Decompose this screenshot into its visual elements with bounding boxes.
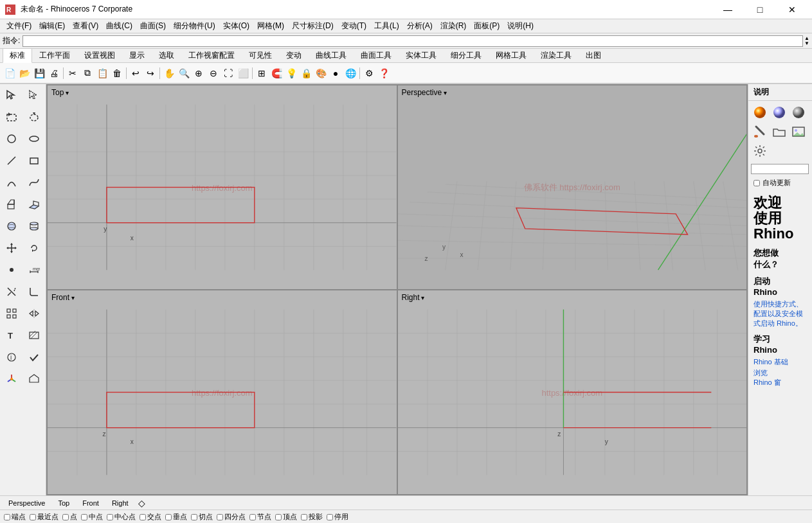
- cut-icon[interactable]: ✂: [66, 66, 80, 80]
- print-icon[interactable]: 🖨: [47, 66, 61, 80]
- menu-item-曲线(C)[interactable]: 曲线(C): [102, 19, 136, 33]
- snap-checkbox-最近点[interactable]: [30, 514, 36, 520]
- auto-update-checkbox[interactable]: [753, 180, 760, 186]
- menu-item-面板(P)[interactable]: 面板(P): [470, 19, 503, 33]
- ribbon-tab-2[interactable]: 设置视图: [77, 48, 122, 63]
- snap-checkbox-垂点[interactable]: [165, 514, 172, 520]
- select-tool[interactable]: [0, 84, 23, 106]
- bottom-tab-right[interactable]: Right: [106, 497, 134, 509]
- help-icon[interactable]: ❓: [377, 66, 391, 80]
- fillet-tool[interactable]: [23, 281, 46, 303]
- circle-tool[interactable]: [0, 128, 23, 150]
- menu-item-曲面(S)[interactable]: 曲面(S): [136, 19, 170, 33]
- spline-tool[interactable]: [23, 172, 46, 193]
- bottom-tab-perspective[interactable]: Perspective: [3, 497, 51, 509]
- line-tool[interactable]: [0, 150, 23, 172]
- lasso-select-tool[interactable]: [23, 106, 46, 128]
- snap-checkbox-端点[interactable]: [4, 514, 10, 520]
- snap-icon[interactable]: 🧲: [269, 66, 284, 80]
- sphere-tool[interactable]: [0, 215, 23, 237]
- folder-icon[interactable]: [770, 123, 788, 141]
- ribbon-tab-4[interactable]: 选取: [152, 48, 181, 63]
- snap-checkbox-节点[interactable]: [249, 514, 256, 520]
- material-ball-icon[interactable]: [789, 103, 807, 121]
- menu-item-文件(F)[interactable]: 文件(F): [3, 19, 35, 33]
- ribbon-tab-12[interactable]: 网格工具: [489, 48, 534, 63]
- gumball-tool[interactable]: [0, 368, 23, 390]
- ribbon-tab-3[interactable]: 显示: [122, 48, 152, 63]
- command-arrows[interactable]: ▲ ▼: [804, 36, 809, 46]
- menu-item-说明(H)[interactable]: 说明(H): [503, 19, 537, 33]
- ribbon-tab-8[interactable]: 曲线工具: [309, 48, 354, 63]
- snap-checkbox-四分点[interactable]: [217, 514, 223, 520]
- viewport-front-label[interactable]: Front: [51, 293, 75, 302]
- zoom-window-icon[interactable]: ⬜: [236, 66, 250, 80]
- launch-link[interactable]: 使用快捷方式、配置以及安全模式启动 Rhino。: [753, 299, 807, 328]
- viewport-top[interactable]: Top: [47, 85, 397, 290]
- material-icon[interactable]: ●: [329, 66, 343, 80]
- check-tool[interactable]: [23, 346, 46, 368]
- text-tool[interactable]: T: [0, 324, 23, 346]
- snap-checkbox-点[interactable]: [62, 514, 69, 520]
- ribbon-tab-13[interactable]: 渲染工具: [534, 48, 579, 63]
- viewport-perspective[interactable]: Perspective: [397, 85, 748, 290]
- browse-link[interactable]: 浏览Rhino 窗: [753, 368, 807, 387]
- point-tool[interactable]: [0, 259, 23, 281]
- menu-item-实体(O)[interactable]: 实体(O): [219, 19, 253, 33]
- color-sphere-icon[interactable]: [751, 103, 769, 121]
- snap-checkbox-中心点[interactable]: [107, 514, 113, 520]
- copy-icon[interactable]: ⧉: [80, 66, 95, 80]
- basics-link[interactable]: Rhino 基础: [753, 357, 807, 367]
- extrude-tool[interactable]: [0, 193, 23, 215]
- move-tool[interactable]: [0, 237, 23, 259]
- zoom-out-icon[interactable]: ⊖: [206, 66, 221, 80]
- viewport-front[interactable]: Front z x https://fo: [47, 290, 397, 495]
- undo-icon[interactable]: ↩: [129, 66, 143, 80]
- viewport-right[interactable]: Right: [397, 290, 748, 495]
- pan-icon[interactable]: ✋: [162, 66, 176, 80]
- menu-item-编辑(E)[interactable]: 编辑(E): [35, 19, 69, 33]
- zoom-extent-icon[interactable]: ⛶: [221, 66, 235, 80]
- ribbon-tab-1[interactable]: 工作平面: [32, 48, 77, 63]
- command-input[interactable]: [23, 35, 803, 47]
- search-input[interactable]: [751, 164, 809, 174]
- close-button[interactable]: ✕: [777, 0, 807, 19]
- snap-checkbox-停用[interactable]: [327, 514, 333, 520]
- add-viewport-button[interactable]: ◇: [136, 498, 148, 508]
- menu-item-尺寸标注(D)[interactable]: 尺寸标注(D): [288, 19, 338, 33]
- menu-item-网格(M)[interactable]: 网格(M): [253, 19, 288, 33]
- menu-item-变动(T)[interactable]: 变动(T): [338, 19, 370, 33]
- bottom-tab-front[interactable]: Front: [77, 497, 105, 509]
- ribbon-tab-5[interactable]: 工作视窗配置: [181, 48, 242, 63]
- ribbon-tab-0[interactable]: 标准: [3, 48, 32, 63]
- save-icon[interactable]: 💾: [32, 66, 46, 80]
- lock-icon[interactable]: 🔒: [299, 66, 313, 80]
- delete-icon[interactable]: 🗑: [110, 66, 124, 80]
- paste-icon[interactable]: 📋: [95, 66, 109, 80]
- viewport-right-label[interactable]: Right: [402, 293, 425, 302]
- redo-icon[interactable]: ↪: [143, 66, 158, 80]
- color-icon[interactable]: 🎨: [314, 66, 328, 80]
- analyze-tool[interactable]: i: [0, 346, 23, 368]
- right-panel-scroll[interactable]: 欢迎使用Rhino 您想做什么？ 启动Rhino 使用快捷方式、配置以及安全模式…: [748, 190, 812, 495]
- arc-tool[interactable]: [0, 172, 23, 193]
- snap-checkbox-顶点[interactable]: [275, 514, 282, 520]
- maximize-button[interactable]: □: [745, 0, 775, 19]
- rectangle-tool[interactable]: [23, 150, 46, 172]
- menu-item-工具(L)[interactable]: 工具(L): [370, 19, 403, 33]
- ribbon-tab-10[interactable]: 实体工具: [399, 48, 444, 63]
- settings-gear-icon[interactable]: [751, 142, 769, 160]
- array-tool[interactable]: [0, 303, 23, 324]
- menu-item-细分物件(U)[interactable]: 细分物件(U): [170, 19, 219, 33]
- snap-checkbox-交点[interactable]: [140, 514, 146, 520]
- light-icon[interactable]: 💡: [284, 66, 298, 80]
- brush-icon[interactable]: [751, 123, 769, 141]
- ribbon-tab-6[interactable]: 可见性: [242, 48, 279, 63]
- ribbon-tab-7[interactable]: 变动: [279, 48, 309, 63]
- snap-checkbox-切点[interactable]: [191, 514, 197, 520]
- open-icon[interactable]: 📂: [17, 66, 32, 80]
- ellipse-tool[interactable]: [23, 128, 46, 150]
- render-icon[interactable]: 🌐: [343, 66, 357, 80]
- viewport-perspective-label[interactable]: Perspective: [402, 88, 447, 97]
- menu-item-渲染(R)[interactable]: 渲染(R): [437, 19, 471, 33]
